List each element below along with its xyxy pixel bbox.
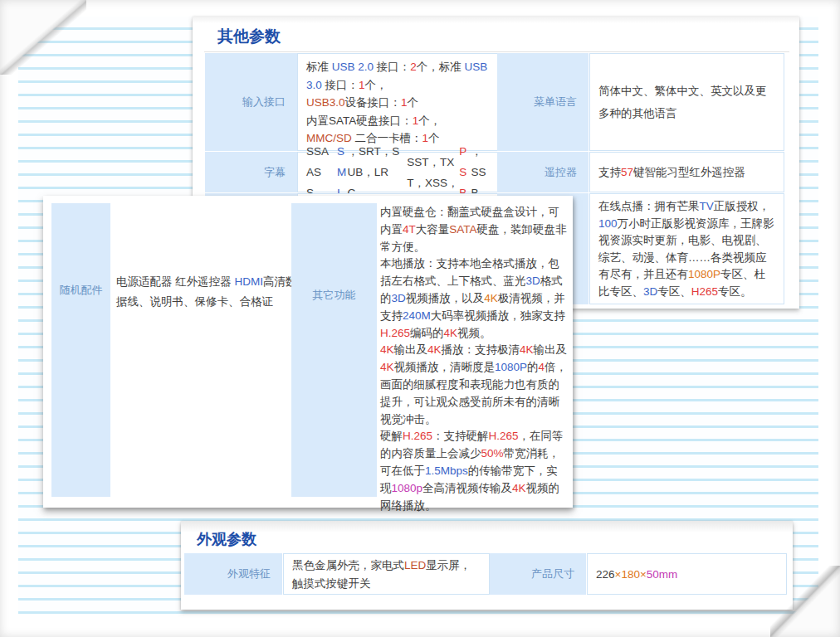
label-subtitles: 字幕 (205, 152, 297, 192)
value-remote-control: 支持57键智能习型红外遥控器 (589, 152, 784, 192)
page-curl-bottom-right (770, 566, 840, 637)
value-input-ports: 标准 USB 2.0 接口：2个，标准 USB 3.0 接口：1个，USB3.0… (297, 53, 498, 151)
overlay-detail-panel: 随机配件 电源适配器 红外遥控器 HDMI高清数据线、说明书、保修卡、合格证 其… (43, 196, 573, 508)
value-menu-language: 简体中文、繁体中文、英文以及更多种的其他语言 (589, 53, 784, 151)
label-accessories: 随机配件 (51, 203, 110, 497)
title-divider (204, 51, 789, 52)
value-accessories: 电源适配器 红外遥控器 HDMI高清数据线、说明书、保修卡、合格证 (116, 272, 297, 312)
value-other-functions: 内置硬盘仓：翻盖式硬盘盒设计，可内置4T大容量SATA硬盘，装卸硬盘非常方便。本… (380, 204, 568, 514)
value-subtitles: SSA ASS，SMI，SRT，SUB，LRC，SST，TXT，XSS，PSB，… (297, 152, 498, 192)
value-appearance-features: 黑色金属外壳，家电式LED显示屏，触摸式按键开关 (283, 553, 490, 595)
other-params-title: 其他参数 (217, 26, 281, 47)
label-remote-control: 遥控器 (497, 152, 588, 192)
label-other-functions: 其它功能 (291, 203, 377, 497)
value-online-vod: 在线点播：拥有芒果TV正版授权，100万小时正版影视资源库，王牌影视资源实时更新… (589, 193, 784, 304)
label-input-ports: 输入接口 (205, 53, 297, 151)
label-appearance-features: 外观特征 (184, 553, 282, 595)
page-curl-top-left (0, 0, 86, 75)
value-product-size: 226×180×50mm (587, 553, 787, 595)
label-product-size: 产品尺寸 (490, 553, 586, 595)
appearance-params-card: 外观参数 外观特征 黑色金属外壳，家电式LED显示屏，触摸式按键开关 产品尺寸 … (181, 521, 793, 610)
appearance-params-title: 外观参数 (197, 529, 256, 549)
label-menu-language: 菜单语言 (497, 53, 588, 151)
